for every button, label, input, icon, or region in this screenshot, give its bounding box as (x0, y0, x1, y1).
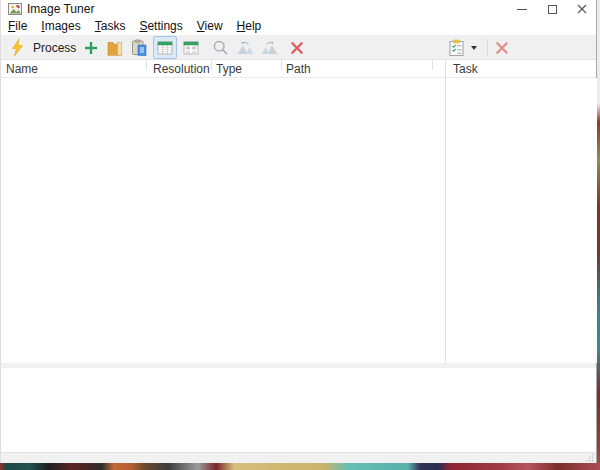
remove-images-button[interactable] (285, 36, 309, 59)
details-view-icon (157, 40, 173, 56)
list-header-row: Name Resolution Type Path Task (1, 60, 596, 78)
rotate-left-button[interactable] (233, 36, 257, 59)
thumbnail-view-button[interactable] (179, 36, 203, 59)
titlebar[interactable]: Image Tuner (1, 0, 596, 18)
lightning-icon (11, 39, 24, 56)
column-divider (146, 60, 147, 70)
toolbar-separator (487, 39, 488, 56)
maximize-button[interactable] (537, 0, 568, 18)
maximize-icon (548, 5, 557, 14)
menu-help[interactable]: Help (230, 18, 269, 35)
thumbnail-view-icon (183, 40, 199, 56)
desktop-screen: Image Tuner File Images Tasks Settings V… (0, 0, 600, 470)
column-divider (281, 60, 282, 70)
menu-tasks[interactable]: Tasks (88, 18, 133, 35)
task-list-pane (446, 78, 598, 363)
remove-x-icon (290, 41, 304, 55)
zoom-icon (212, 39, 229, 56)
minimize-button[interactable] (506, 0, 537, 18)
details-view-button[interactable] (153, 36, 177, 59)
task-list-dropdown-icon[interactable] (471, 46, 477, 50)
statusbar (1, 452, 596, 463)
column-divider (432, 60, 433, 70)
remove-task-x-icon (495, 41, 509, 55)
folder-icon (107, 40, 124, 56)
window-title: Image Tuner (27, 2, 94, 16)
menubar: File Images Tasks Settings View Help (1, 18, 596, 35)
close-button[interactable] (567, 0, 597, 18)
process-button[interactable]: Process (3, 35, 84, 60)
rotate-left-icon (236, 40, 254, 56)
menu-view[interactable]: View (190, 18, 230, 35)
desktop-wallpaper-bottom-sliver (0, 463, 600, 470)
column-header-path[interactable]: Path (286, 62, 311, 76)
menu-settings[interactable]: Settings (132, 18, 189, 35)
preview-pane (1, 368, 596, 452)
column-header-name[interactable]: Name (6, 62, 38, 76)
minimize-icon (517, 9, 527, 10)
image-list-pane (1, 78, 445, 363)
task-list-icon (448, 39, 465, 57)
column-header-resolution[interactable]: Resolution (153, 62, 210, 76)
remove-task-button[interactable] (490, 36, 514, 59)
resize-grip[interactable] (584, 452, 594, 462)
paste-icon (131, 39, 147, 56)
rotate-right-button[interactable] (258, 36, 282, 59)
task-list-button[interactable] (448, 36, 485, 59)
app-window: Image Tuner File Images Tasks Settings V… (0, 0, 597, 463)
add-plus-icon (83, 40, 99, 56)
app-logo-icon (8, 2, 22, 16)
toolbar: Process (1, 35, 596, 60)
menu-images[interactable]: Images (34, 18, 87, 35)
add-folder-button[interactable] (103, 36, 127, 59)
add-images-button[interactable] (79, 36, 103, 59)
column-header-type[interactable]: Type (216, 62, 242, 76)
process-label: Process (33, 41, 76, 55)
menu-file[interactable]: File (1, 18, 34, 35)
paste-button[interactable] (127, 36, 151, 59)
column-header-task[interactable]: Task (453, 62, 478, 76)
zoom-button[interactable] (208, 36, 232, 59)
column-divider (211, 60, 212, 70)
close-icon (577, 4, 587, 14)
rotate-right-icon (261, 40, 279, 56)
